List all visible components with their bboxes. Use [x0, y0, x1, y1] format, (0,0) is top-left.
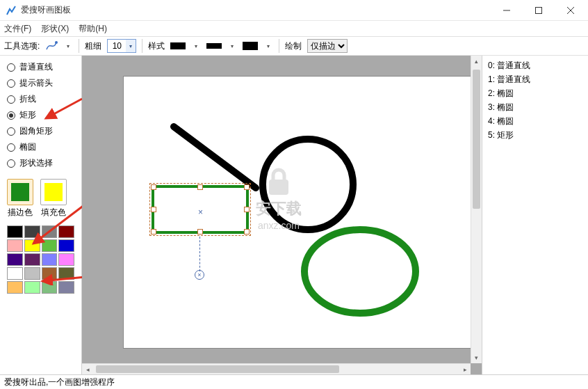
list-item[interactable]: 3: 椭圆 — [488, 100, 582, 114]
stroke-color[interactable]: 描边色 — [7, 179, 33, 219]
palette-color[interactable] — [42, 225, 58, 238]
svg-line-5 — [174, 127, 256, 188]
palette-color[interactable] — [7, 239, 23, 252]
shape-option-label: 折线 — [19, 93, 36, 105]
palette-color[interactable] — [42, 239, 58, 252]
main-area: 普通直线提示箭头折线矩形圆角矩形椭圆形状选择 描边色 填充色 — [0, 56, 588, 374]
rotate-handle-line — [199, 237, 200, 271]
vertical-scrollbar[interactable]: ▴ ▾ — [471, 56, 482, 363]
status-text: 爱搜呀出品,一个画图增强程序 — [4, 376, 115, 388]
shape-option-0[interactable]: 普通直线 — [7, 61, 74, 73]
radio-icon — [7, 79, 15, 88]
list-item[interactable]: 1: 普通直线 — [488, 72, 582, 86]
palette-color[interactable] — [42, 267, 58, 280]
shape-list: 普通直线提示箭头折线矩形圆角矩形椭圆形状选择 — [3, 60, 79, 176]
canvas-area[interactable]: × × 安下载 anxz.com ▴ ▾ ◂ ▸ — [82, 56, 482, 374]
svg-point-4 — [55, 41, 58, 44]
radio-icon — [7, 63, 15, 72]
rotate-handle[interactable]: × — [195, 270, 204, 280]
close-button[interactable] — [555, 0, 587, 21]
shape-option-4[interactable]: 圆角矩形 — [7, 125, 74, 137]
shape-option-6[interactable]: 形状选择 — [7, 157, 74, 169]
menu-shape[interactable]: 形状(X) — [41, 23, 69, 35]
palette-color[interactable] — [7, 281, 23, 294]
style-thin[interactable] — [170, 42, 186, 49]
palette-color[interactable] — [24, 225, 40, 238]
left-panel: 普通直线提示箭头折线矩形圆角矩形椭圆形状选择 描边色 填充色 — [0, 56, 82, 374]
svg-point-7 — [304, 230, 416, 313]
chevron-down-icon[interactable]: ▾ — [126, 40, 136, 52]
shape-option-3[interactable]: 矩形 — [7, 109, 74, 121]
thickness-label: 粗细 — [85, 40, 101, 52]
svg-rect-8 — [269, 180, 288, 195]
shape-option-label: 提示箭头 — [19, 77, 53, 89]
menu-file[interactable]: 文件(F) — [4, 23, 31, 35]
palette-color[interactable] — [58, 267, 74, 280]
palette-color[interactable] — [7, 225, 23, 238]
shape-option-1[interactable]: 提示箭头 — [7, 77, 74, 89]
tool-options-label: 工具选项: — [4, 40, 40, 52]
palette-color[interactable] — [42, 253, 58, 266]
fill-color[interactable]: 填充色 — [40, 179, 67, 219]
palette-color[interactable] — [58, 281, 74, 294]
minimize-button[interactable] — [491, 0, 523, 21]
status-bar: 爱搜呀出品,一个画图增强程序 — [0, 374, 588, 389]
shape-option-5[interactable]: 椭圆 — [7, 141, 74, 153]
color-palette — [3, 221, 79, 294]
style-thick[interactable] — [243, 42, 258, 50]
shape-line-0[interactable] — [165, 118, 263, 195]
shape-option-label: 椭圆 — [19, 141, 36, 153]
horizontal-scrollbar[interactable]: ◂ ▸ — [82, 363, 471, 374]
style-label: 样式 — [148, 40, 165, 52]
draw-mode-select[interactable]: 仅描边 — [307, 39, 348, 53]
list-item[interactable]: 4: 椭圆 — [488, 114, 582, 128]
object-list: 0: 普通直线1: 普通直线2: 椭圆3: 椭圆4: 椭圆5: 矩形 — [482, 56, 588, 374]
radio-icon — [7, 95, 15, 104]
palette-color[interactable] — [24, 267, 40, 280]
curve-dropdown-icon[interactable]: ▾ — [63, 40, 73, 52]
scrollbar-thumb[interactable] — [473, 70, 480, 209]
list-item[interactable]: 2: 椭圆 — [488, 86, 582, 100]
palette-color[interactable] — [58, 225, 74, 238]
radio-icon — [7, 159, 15, 168]
menu-help[interactable]: 帮助(H) — [79, 23, 107, 35]
style-med[interactable] — [206, 43, 222, 49]
radio-icon — [7, 111, 15, 120]
shape-option-2[interactable]: 折线 — [7, 93, 74, 105]
window-title: 爱搜呀画图板 — [21, 4, 491, 16]
canvas-paper[interactable]: × × 安下载 anxz.com — [124, 77, 482, 348]
toolbar: 工具选项: ▾ 粗细 ▾ 样式 ▾ ▾ ▾ 绘制 仅描边 — [0, 36, 588, 56]
list-item[interactable]: 5: 矩形 — [488, 128, 582, 142]
palette-color[interactable] — [24, 239, 40, 252]
palette-color[interactable] — [58, 239, 74, 252]
palette-color[interactable] — [24, 253, 40, 266]
palette-color[interactable] — [58, 253, 74, 266]
palette-color[interactable] — [7, 253, 23, 266]
title-bar: 爱搜呀画图板 — [0, 0, 588, 21]
thickness-spinner[interactable]: ▾ — [107, 39, 136, 53]
color-section: 描边色 填充色 — [3, 176, 79, 221]
radio-icon — [7, 143, 15, 152]
palette-color[interactable] — [42, 281, 58, 294]
list-item[interactable]: 0: 普通直线 — [488, 58, 582, 72]
shape-rect-5-selected[interactable]: × — [152, 185, 249, 234]
shape-option-label: 圆角矩形 — [19, 125, 53, 137]
radio-icon — [7, 127, 15, 136]
curve-icon[interactable] — [45, 40, 58, 52]
scrollbar-thumb[interactable] — [96, 365, 339, 373]
maximize-button[interactable] — [523, 0, 555, 21]
palette-color[interactable] — [24, 281, 40, 294]
shape-ellipse-4[interactable] — [297, 223, 423, 320]
draw-label: 绘制 — [285, 40, 302, 52]
svg-rect-1 — [536, 7, 542, 13]
shape-option-label: 矩形 — [19, 109, 36, 121]
menu-bar: 文件(F) 形状(X) 帮助(H) — [0, 21, 588, 36]
palette-color[interactable] — [7, 267, 23, 280]
app-icon — [6, 5, 17, 16]
shape-option-label: 形状选择 — [19, 157, 53, 169]
watermark: 安下载 anxz.com — [256, 167, 302, 234]
shape-option-label: 普通直线 — [19, 61, 53, 73]
thickness-input[interactable] — [108, 41, 126, 51]
